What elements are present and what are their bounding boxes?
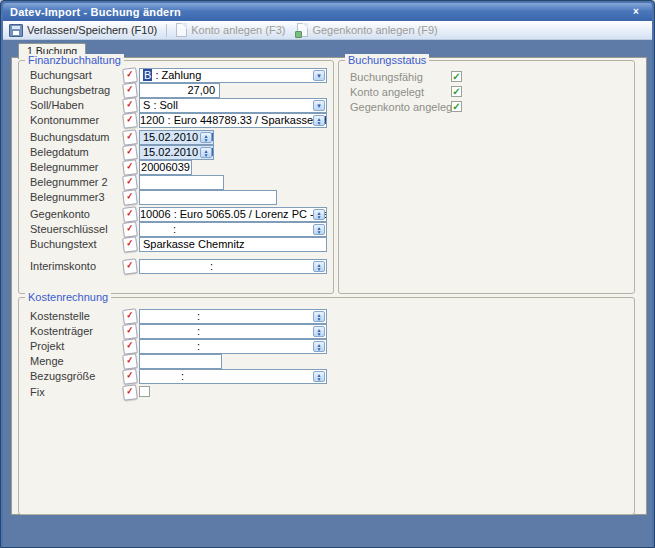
group-buchungsstatus-title: Buchungsstatus <box>345 54 429 66</box>
row-gegenkonto-angelegt: Gegenkonto angelegt ✓ <box>339 100 634 115</box>
edit-check-icon: ✓ <box>122 67 138 84</box>
interimskonto-spin-button[interactable]: ▲▼ <box>313 261 325 272</box>
kontonummer-spinner[interactable]: 1200 : Euro 448789.33 / Sparkasse Chemni… <box>139 113 327 128</box>
spin-down-icon: ▼ <box>317 121 322 125</box>
buchungsart-selected-text: B <box>143 69 152 81</box>
edit-check-icon: ✓ <box>122 384 138 401</box>
dialog-window: Datev-Import - Buchung ändern × Verlasse… <box>0 0 655 548</box>
buchungsdatum-spinner[interactable]: 15.02.2010 /Mo ▲▼ <box>139 130 214 145</box>
row-kostentraeger: Kostenträger ✓ : ▲▼ <box>19 324 634 339</box>
projekt-spinner[interactable]: : ▲▼ <box>139 339 327 354</box>
edit-check-icon: ✓ <box>122 112 138 129</box>
steuerschluessel-label: Steuerschlüssel <box>30 223 108 235</box>
sollhaben-dropdown-button[interactable]: ▼ <box>313 100 325 111</box>
steuerschluessel-spinner[interactable]: : ▲▼ <box>139 222 327 237</box>
edit-check-icon: ✓ <box>122 353 138 370</box>
bezugsgroesse-spinner[interactable]: : ▲▼ <box>139 369 327 384</box>
sollhaben-combobox[interactable]: S : Soll ▼ <box>139 98 327 113</box>
belegdatum-spin-button[interactable]: ▲▼ <box>200 147 212 158</box>
edit-check-icon: ✓ <box>122 97 138 114</box>
gegenkonto-value: 10006 : Euro 5065.05 / Lorenz PC - Techn… <box>140 208 327 220</box>
edit-check-icon: ✓ <box>122 129 138 146</box>
buchungsart-dropdown-button[interactable]: ▼ <box>313 70 325 81</box>
belegnummer2-label: Belegnummer 2 <box>30 176 108 188</box>
edit-check-icon: ✓ <box>122 159 138 176</box>
belegdatum-spinner[interactable]: 15.02.2010 /Mo ▲▼ <box>139 145 214 160</box>
kontonummer-label: Kontonummer <box>30 114 99 126</box>
group-finanzbuchhaltung: Finanzbuchhaltung Buchungsart ✓ B : Zahl… <box>18 60 334 294</box>
buchungsart-combobox[interactable]: B : Zahlung ▼ <box>139 68 327 83</box>
row-konto-angelegt: Konto angelegt ✓ <box>339 85 634 100</box>
steuerschluessel-value: : <box>173 223 176 235</box>
toolbar: Verlassen/Speichern (F10) Konto anlegen … <box>3 21 652 40</box>
buchungsbetrag-input[interactable]: 27,00 <box>139 83 220 98</box>
edit-check-icon: ✓ <box>122 174 138 191</box>
gegenkonto-spin-button[interactable]: ▲▼ <box>313 209 325 220</box>
gegenkonto-angelegt-label: Gegenkonto angelegt <box>350 101 455 113</box>
buchungstext-label: Buchungstext <box>30 238 97 250</box>
row-buchungsart: Buchungsart ✓ B : Zahlung ▼ <box>19 68 333 83</box>
belegnummer2-input[interactable] <box>139 175 224 190</box>
close-icon[interactable]: × <box>629 5 643 18</box>
create-gegenkonto-label: Gegenkonto anlegen (F9) <box>312 24 437 36</box>
steuerschluessel-spin-button[interactable]: ▲▼ <box>313 224 325 235</box>
row-kostenstelle: Kostenstelle ✓ : ▲▼ <box>19 309 634 324</box>
save-exit-label: Verlassen/Speichern (F10) <box>27 24 157 36</box>
spin-down-icon: ▼ <box>317 215 322 219</box>
group-kostenrechnung-title: Kostenrechnung <box>25 291 111 303</box>
row-fix: Fix ✓ <box>19 385 634 400</box>
row-belegnummer3: Belegnummer3 ✓ <box>19 190 333 205</box>
row-bezugsgroesse: Bezugsgröße ✓ : ▲▼ <box>19 369 634 384</box>
belegnummer-input[interactable]: 20006039 <box>139 160 192 175</box>
chevron-down-icon: ▼ <box>316 103 322 109</box>
kostenstelle-spinner[interactable]: : ▲▼ <box>139 309 327 324</box>
edit-check-icon: ✓ <box>122 368 138 385</box>
kostenstelle-value: : <box>197 310 200 322</box>
gegenkonto-spinner[interactable]: 10006 : Euro 5065.05 / Lorenz PC - Techn… <box>139 207 327 222</box>
spin-down-icon: ▼ <box>204 153 209 157</box>
edit-check-icon: ✓ <box>122 258 138 275</box>
buchungsfaehig-label: Buchungsfähig <box>350 71 423 83</box>
kostentraeger-spin-button[interactable]: ▲▼ <box>313 326 325 337</box>
projekt-spin-button[interactable]: ▲▼ <box>313 341 325 352</box>
kontonummer-spin-button[interactable]: ▲▼ <box>313 115 325 126</box>
spin-down-icon: ▼ <box>317 317 322 321</box>
edit-check-icon: ✓ <box>122 189 138 206</box>
save-exit-button[interactable]: Verlassen/Speichern (F10) <box>3 22 163 38</box>
bezugsgroesse-spin-button[interactable]: ▲▼ <box>313 371 325 382</box>
fix-label: Fix <box>30 386 45 398</box>
kostenstelle-label: Kostenstelle <box>30 310 90 322</box>
sollhaben-label: Soll/Haben <box>30 99 84 111</box>
row-belegdatum: Belegdatum ✓ 15.02.2010 /Mo ▲▼ <box>19 145 333 160</box>
edit-check-icon: ✓ <box>122 308 138 325</box>
belegnummer3-input[interactable] <box>139 190 277 205</box>
row-belegnummer: Belegnummer ✓ 20006039 <box>19 160 333 175</box>
kostentraeger-spinner[interactable]: : ▲▼ <box>139 324 327 339</box>
buchungstext-input[interactable]: Sparkasse Chemnitz <box>139 237 327 252</box>
buchungsbetrag-label: Buchungsbetrag <box>30 84 110 96</box>
buchungsdatum-spin-button[interactable]: ▲▼ <box>200 132 212 143</box>
fix-checkbox[interactable] <box>139 386 150 397</box>
spin-down-icon: ▼ <box>317 377 322 381</box>
interimskonto-spinner[interactable]: : ▲▼ <box>139 259 327 274</box>
spin-down-icon: ▼ <box>317 230 322 234</box>
row-projekt: Projekt ✓ : ▲▼ <box>19 339 634 354</box>
row-belegnummer2: Belegnummer 2 ✓ <box>19 175 333 190</box>
kostentraeger-value: : <box>197 325 200 337</box>
edit-check-icon: ✓ <box>122 236 138 253</box>
buchungsfaehig-checkbox[interactable]: ✓ <box>451 71 462 82</box>
row-buchungsbetrag: Buchungsbetrag ✓ 27,00 <box>19 83 333 98</box>
spin-down-icon: ▼ <box>317 332 322 336</box>
title-bar: Datev-Import - Buchung ändern × <box>3 3 652 21</box>
gegenkonto-angelegt-checkbox[interactable]: ✓ <box>451 101 462 112</box>
create-gegenkonto-button[interactable]: Gegenkonto anlegen (F9) <box>291 22 443 38</box>
konto-angelegt-checkbox[interactable]: ✓ <box>451 86 462 97</box>
menge-input[interactable] <box>139 354 222 369</box>
bezugsgroesse-value: : <box>181 370 184 382</box>
create-konto-button[interactable]: Konto anlegen (F3) <box>170 22 291 38</box>
belegdatum-label: Belegdatum <box>30 146 89 158</box>
row-buchungstext: Buchungstext ✓ Sparkasse Chemnitz <box>19 237 333 252</box>
row-interimskonto: Interimskonto ✓ : ▲▼ <box>19 259 333 274</box>
kostenstelle-spin-button[interactable]: ▲▼ <box>313 311 325 322</box>
chevron-down-icon: ▼ <box>316 73 322 79</box>
